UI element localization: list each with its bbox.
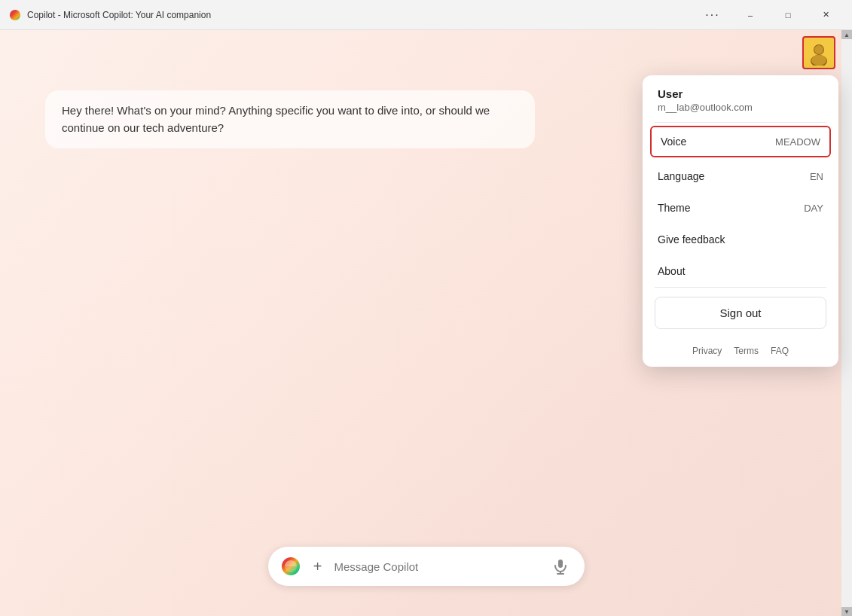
sign-out-button[interactable]: Sign out <box>655 297 826 329</box>
menu-item-theme-value: DAY <box>804 203 823 214</box>
svg-point-4 <box>811 55 826 66</box>
title-bar: Copilot - Microsoft Copilot: Your AI com… <box>0 0 852 30</box>
title-bar-text: Copilot - Microsoft Copilot: Your AI com… <box>27 10 695 20</box>
scrollbar-track <box>841 39 852 607</box>
assistant-message: Hey there! What's on your mind? Anything… <box>45 90 535 148</box>
privacy-link[interactable]: Privacy <box>692 346 722 356</box>
copilot-logo-icon <box>280 556 301 577</box>
menu-item-about[interactable]: About <box>643 255 838 287</box>
input-bar-container: + <box>268 547 585 586</box>
menu-item-language-value: EN <box>810 171 823 182</box>
svg-point-3 <box>814 45 823 54</box>
close-button[interactable]: ✕ <box>808 3 843 27</box>
menu-item-voice-value: MEADOW <box>775 136 820 148</box>
faq-link[interactable]: FAQ <box>771 346 789 356</box>
user-dropdown-menu: User m__lab@outlook.com Voice MEADOW Lan… <box>643 75 838 367</box>
menu-email: m__lab@outlook.com <box>658 102 823 113</box>
add-attachment-button[interactable]: + <box>307 556 328 577</box>
maximize-button[interactable]: □ <box>771 3 805 27</box>
menu-item-voice-label: Voice <box>661 136 686 148</box>
microphone-icon <box>552 558 569 575</box>
scroll-up-button[interactable]: ▲ <box>841 30 852 39</box>
main-content: ▲ ▼ Hey there! What's on your mind? Anyt… <box>0 30 852 616</box>
menu-item-theme[interactable]: Theme DAY <box>643 192 838 224</box>
menu-divider-1 <box>655 122 826 123</box>
menu-item-about-label: About <box>658 265 686 277</box>
more-options-button[interactable]: ··· <box>695 3 730 27</box>
title-bar-controls: ··· – □ ✕ <box>695 3 843 27</box>
app-icon <box>9 9 21 21</box>
menu-item-theme-label: Theme <box>658 202 691 214</box>
menu-username: User <box>658 87 823 100</box>
user-avatar-button[interactable] <box>802 36 835 69</box>
microphone-button[interactable] <box>548 554 573 578</box>
terms-link[interactable]: Terms <box>734 346 759 356</box>
menu-item-feedback[interactable]: Give feedback <box>643 224 838 255</box>
menu-item-feedback-label: Give feedback <box>658 233 725 245</box>
sign-out-section: Sign out <box>643 288 838 338</box>
menu-item-voice[interactable]: Voice MEADOW <box>650 126 831 157</box>
minimize-button[interactable]: – <box>733 3 768 27</box>
menu-item-language-label: Language <box>658 170 704 182</box>
scrollbar: ▲ ▼ <box>841 30 852 616</box>
message-input[interactable] <box>334 560 542 573</box>
avatar-icon <box>806 40 832 66</box>
menu-header: User m__lab@outlook.com <box>643 75 838 122</box>
menu-footer: Privacy Terms FAQ <box>643 338 838 367</box>
svg-rect-5 <box>558 560 563 568</box>
menu-item-language[interactable]: Language EN <box>643 160 838 192</box>
input-bar: + <box>268 547 585 586</box>
scroll-down-button[interactable]: ▼ <box>841 607 852 616</box>
